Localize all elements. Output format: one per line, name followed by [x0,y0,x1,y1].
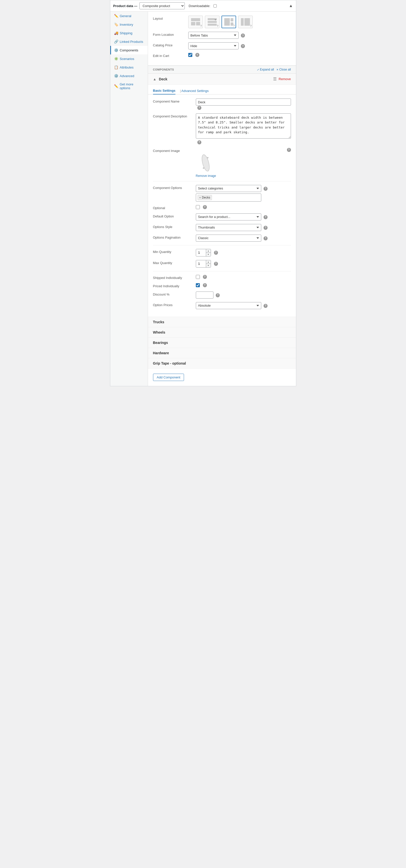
component-options-tags: × Decks [196,193,261,202]
component-options-select[interactable]: Select categories [196,185,261,192]
bearings-title: Bearings [153,341,168,345]
catalog-price-select[interactable]: Hide Show Calculate [188,42,239,50]
option-prices-select[interactable]: Absolute Relative [196,302,261,309]
optional-help-icon[interactable]: ? [203,205,207,209]
max-quantity-help-icon[interactable]: ? [214,262,218,266]
add-component-button[interactable]: Add Component [153,374,184,381]
options-pagination-help-icon[interactable]: ? [264,236,268,240]
catalog-price-control: Hide Show Calculate ? [188,42,291,50]
min-quantity-input[interactable] [196,249,206,256]
expand-all-link[interactable]: ⤢ Expand all [257,68,274,71]
options-style-label: Options Style [153,224,196,229]
sidebar-item-linked-products[interactable]: 🔗 Linked Products [110,37,148,46]
options-style-control: Thumbnails Dropdowns Radios ? [196,224,291,231]
sidebar-item-shipping[interactable]: 🚚 Shipping [110,29,148,37]
svg-rect-9 [231,23,233,26]
wheels-title: Wheels [153,330,165,334]
deck-component-title: Deck [159,77,273,81]
component-description-help-icon[interactable]: ? [197,140,201,144]
optional-checkbox[interactable] [196,205,200,209]
max-quantity-spin-down[interactable]: ▼ [206,264,211,267]
tag-decks: × Decks [198,195,212,200]
deck-tabs: Basic Settings | Advanced Settings [148,85,296,94]
priced-individually-row: Priced Individually ? [153,283,291,288]
grip-tape-component[interactable]: Grip Tape - optional [148,358,296,369]
tag-decks-remove[interactable]: × [199,196,201,199]
product-type-select[interactable]: Composite product Simple product Variabl… [139,2,185,9]
tab-basic-settings[interactable]: Basic Settings [153,87,176,94]
svg-rect-0 [191,18,200,21]
remove-image-link[interactable]: Remove image [196,174,216,178]
edit-in-cart-label: Edit in Cart [153,53,188,58]
component-name-input[interactable] [196,98,291,105]
component-description-label: Component Description [153,113,196,118]
tag-icon: 🏷️ [114,23,118,27]
trucks-component[interactable]: Trucks [148,317,296,327]
discount-help-icon[interactable]: ? [216,293,220,297]
edit-in-cart-checkbox[interactable] [188,53,192,57]
downloadable-checkbox[interactable] [213,4,217,7]
sidebar-item-advanced[interactable]: ⚙️ Advanced [110,71,148,80]
component-description-control: A standard skateboard deck width is betw… [196,113,291,144]
sidebar-item-label: Attributes [120,65,134,69]
deck-remove-link[interactable]: Remove [279,77,291,81]
shipped-individually-help-icon[interactable]: ? [203,275,207,279]
component-name-help-icon[interactable]: ? [197,106,201,110]
options-pagination-select[interactable]: Classic Infinite Scroll Load More [196,235,261,242]
collapse-button[interactable]: ▲ [289,3,293,8]
edit-in-cart-row: Edit in Cart ? [153,53,291,58]
option-prices-help-icon[interactable]: ? [264,304,268,308]
deck-sort-up-icon[interactable]: ▲ [153,77,157,81]
component-image-control: ? Remove image [196,148,291,178]
form-location-select[interactable]: Before Tabs After Tabs Before Add to Car… [188,32,239,39]
min-quantity-spin-up[interactable]: ▲ [206,249,211,253]
default-option-select[interactable]: Search for a product... [196,213,261,220]
layout-option-1[interactable]: ? [188,16,203,28]
catalog-price-help-icon[interactable]: ? [241,44,245,48]
layout-option-2[interactable]: ? [205,16,219,28]
priced-individually-checkbox[interactable] [196,283,200,287]
options-style-help-icon[interactable]: ? [264,226,268,230]
layout2-help-icon[interactable]: ? [217,25,218,28]
edit-in-cart-help-icon[interactable]: ? [195,53,199,57]
layout1-help-icon[interactable]: ? [200,25,202,28]
max-quantity-spin-up[interactable]: ▲ [206,260,211,264]
sidebar-item-get-more-options[interactable]: ✏️ Get more options [110,80,148,92]
component-options-help-icon[interactable]: ? [264,187,268,191]
deck-sort-icon[interactable]: ☰ [273,76,277,82]
priced-individually-help-icon[interactable]: ? [203,283,207,287]
min-quantity-help-icon[interactable]: ? [214,251,218,255]
hardware-component[interactable]: Hardware [148,348,296,358]
sidebar-item-inventory[interactable]: 🏷️ Inventory [110,20,148,29]
component-description-input[interactable]: A standard skateboard deck width is betw… [196,113,291,138]
default-option-help-icon[interactable]: ? [264,215,268,219]
component-name-label: Component Name [153,98,196,103]
layout-option-4[interactable]: ? [238,16,253,28]
default-option-label: Default Option [153,213,196,218]
options-style-row: Options Style Thumbnails Dropdowns Radio… [153,224,291,231]
sidebar-item-general[interactable]: ✏️ General [110,11,148,20]
link-icon: 🔗 [114,39,118,43]
form-location-help-icon[interactable]: ? [241,33,245,37]
layout-option-3[interactable]: ? [222,16,236,28]
tab-advanced-settings[interactable]: Advanced Settings [181,87,208,94]
component-image-preview[interactable] [196,153,216,173]
shipped-individually-checkbox[interactable] [196,275,200,279]
sidebar-item-attributes[interactable]: 📋 Attributes [110,63,148,71]
options-style-select[interactable]: Thumbnails Dropdowns Radios [196,224,261,231]
bearings-component[interactable]: Bearings [148,338,296,348]
layout4-help-icon[interactable]: ? [250,25,252,28]
min-quantity-spin-down[interactable]: ▼ [206,253,211,256]
svg-rect-7 [224,18,230,26]
sidebar-item-components[interactable]: ⚙️ Components [110,46,148,55]
discount-input[interactable] [196,291,213,299]
sidebar-item-scenarios[interactable]: ✳️ Scenarios [110,55,148,63]
list-icon: 📋 [114,65,118,69]
component-image-help-icon[interactable]: ? [287,148,291,152]
sidebar-item-label: General [120,14,131,18]
layout3-help-icon[interactable]: ? [233,25,235,27]
max-quantity-input[interactable] [196,260,206,267]
close-all-link[interactable]: ✕ Close all [276,68,291,71]
wheels-component[interactable]: Wheels [148,327,296,338]
sidebar-item-label: Scenarios [120,57,134,61]
